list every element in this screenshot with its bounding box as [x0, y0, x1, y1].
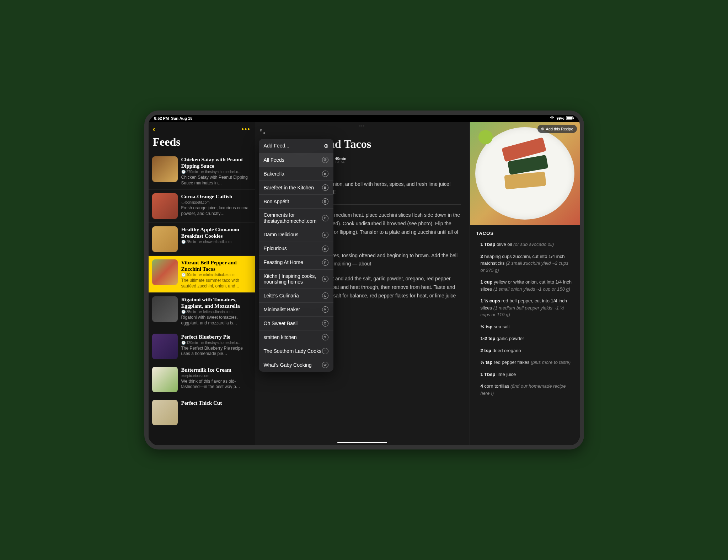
feed-item-meta: 🕑 25min ▭ ohsweetbasil.com [181, 240, 251, 244]
dropdown-item[interactable]: EpicuriousE [259, 242, 333, 256]
ingredient-item: 2 heaping cups zucchini, cut into 1/4 in… [476, 253, 573, 274]
feed-badge-icon: D [322, 232, 328, 238]
dropdown-item[interactable]: What's Gaby CookingW [259, 358, 333, 372]
dropdown-item-label: What's Gaby Cooking [264, 362, 322, 368]
feed-item-title: Cocoa-Orange Catfish [181, 193, 251, 200]
status-date: Sun Aug 15 [171, 116, 192, 120]
home-indicator[interactable] [337, 442, 387, 443]
feed-item-title: Buttermilk Ice Cream [181, 367, 251, 373]
battery-icon [566, 116, 574, 121]
feed-badge-icon: B [322, 171, 328, 177]
dropdown-item[interactable]: Bon AppétitB [259, 195, 333, 209]
feed-thumbnail [152, 367, 178, 392]
feed-item[interactable]: Cocoa-Orange Catfish ▭ bonappetit.com Fr… [149, 190, 255, 223]
feed-item-desc: The ultimate summer taco with sautéed zu… [181, 278, 251, 289]
feed-badge-icon: C [322, 215, 328, 221]
svg-rect-1 [567, 117, 572, 119]
dropdown-item-label: Comments for thestayathomechef.com [264, 212, 322, 224]
dropdown-item[interactable]: All Feeds⦿ [259, 153, 333, 167]
ingredients-section: TACOS 1 Tbsp olive oil (or sub avocado o… [470, 225, 580, 407]
ingredient-item: 1 cup yellow or white onion, cut into 1/… [476, 279, 573, 292]
recipe-hero-image: ⊕ Add this Recipe [470, 122, 580, 225]
feed-badge-icon: B [322, 198, 328, 205]
ingredient-item: 1 Tbsp olive oil (or sub avocado oil) [476, 241, 573, 248]
back-button[interactable]: ‹ [153, 125, 155, 134]
dropdown-item-label: All Feeds [264, 157, 322, 163]
plus-circle-icon: ⊕ [324, 142, 328, 149]
feed-item[interactable]: Rigatoni with Tomatoes, Eggplant, and Mo… [149, 293, 255, 330]
feed-thumbnail [152, 226, 178, 252]
dropdown-item[interactable]: Minimalist BakerM [259, 303, 333, 317]
dropdown-item-label: Oh Sweet Basil [264, 321, 322, 327]
dropdown-item[interactable]: smitten kitchenS [259, 330, 333, 344]
dropdown-item[interactable]: Comments for thestayathomechef.comC [259, 209, 333, 228]
feed-badge-icon: L [322, 292, 328, 299]
dropdown-item-label: Bakerella [264, 171, 322, 177]
feed-item-title: Perfect Thick Cut [181, 400, 251, 406]
feed-item-desc: We think of this flavor as old-fashioned… [181, 379, 251, 390]
feed-thumbnail [152, 156, 178, 182]
feed-item[interactable]: Chicken Satay with Peanut Dipping Sauce … [149, 153, 255, 190]
feed-thumbnail [152, 334, 178, 359]
dropdown-item[interactable]: Feasting At HomeF [259, 256, 333, 270]
wifi-icon [550, 116, 555, 120]
dropdown-item-label: Kitchn | Inspiring cooks, nourishing hom… [264, 273, 322, 285]
feed-item-meta: 🕑 35min ▭ leitesculinaria.com [181, 310, 251, 314]
feed-badge-icon: O [322, 320, 328, 327]
feed-badge-icon: S [322, 334, 328, 340]
feed-badge-icon: W [322, 362, 328, 368]
battery-pct: 99% [556, 116, 564, 120]
feed-item-desc: Rigatoni with sweet tomatoes, eggplant, … [181, 315, 251, 326]
ingredient-item: 1 Tbsp lime juice [476, 371, 573, 378]
feed-badge-icon: E [322, 246, 328, 252]
feed-thumbnail [152, 193, 178, 219]
feed-thumbnail [152, 400, 178, 425]
feed-item-meta: 🕑 40min ▭ minimalistbaker.com [181, 273, 251, 277]
feed-badge-icon: K [322, 276, 328, 282]
feed-item[interactable]: Healthy Apple Cinnamon Breakfast Cookies… [149, 223, 255, 256]
feed-item-desc: Fresh orange juice, luxurious cocoa powd… [181, 205, 251, 216]
plus-circle-icon: ⊕ [541, 126, 544, 131]
dropdown-item-label: Feasting At Home [264, 259, 322, 265]
dropdown-item[interactable]: The Southern Lady CooksT [259, 344, 333, 358]
feed-thumbnail [152, 296, 178, 322]
feed-item-meta: 🕑 270min ▭ thestayathomechef.c… [181, 170, 251, 174]
ingredient-item: 4 corn tortillas (find our homemade reci… [476, 383, 573, 397]
svg-rect-2 [573, 117, 574, 119]
dropdown-item[interactable]: Kitchn | Inspiring cooks, nourishing hom… [259, 270, 333, 289]
ingredient-item: 1-2 tsp garlic powder [476, 335, 573, 342]
dropdown-item-label: Epicurious [264, 246, 322, 252]
right-panel: ⊕ Add this Recipe TACOS 1 Tbsp olive oil… [470, 122, 580, 445]
add-feed-menu-item[interactable]: Add Feed... ⊕ [259, 139, 333, 153]
dropdown-item[interactable]: BakerellaB [259, 167, 333, 181]
feed-item[interactable]: Perfect Thick Cut [149, 396, 255, 429]
sidebar: ‹ ••• Feeds Chicken Satay with Peanut Di… [149, 122, 255, 445]
dropdown-item-label: Leite's Culinaria [264, 293, 322, 299]
ingredient-item: 1 ½ cups red bell pepper, cut into 1/4 i… [476, 297, 573, 318]
dropdown-item[interactable]: Damn DeliciousD [259, 228, 333, 242]
feeds-dropdown: Add Feed... ⊕ All Feeds⦿BakerellaBBarefe… [259, 139, 333, 372]
ingredients-header: TACOS [476, 231, 573, 236]
feed-badge-icon: ⦿ [322, 157, 328, 163]
add-recipe-button[interactable]: ⊕ Add this Recipe [537, 125, 577, 133]
dropdown-item[interactable]: Barefeet in the KitchenB [259, 181, 333, 195]
feed-item-desc: The Perfect Blueberry Pie recipe uses a … [181, 346, 251, 357]
expand-icon[interactable] [259, 129, 265, 136]
feed-list[interactable]: Chicken Satay with Peanut Dipping Sauce … [149, 153, 255, 445]
feed-item-title: Vibrant Bell Pepper and Zucchini Tacos [181, 259, 251, 272]
feed-item[interactable]: Perfect Blueberry Pie 🕑 120min ▭ thestay… [149, 330, 255, 363]
dropdown-item-label: Damn Delicious [264, 232, 322, 238]
dropdown-item[interactable]: Oh Sweet BasilO [259, 317, 333, 330]
feed-item-title: Healthy Apple Cinnamon Breakfast Cookies [181, 226, 251, 239]
dropdown-item-label: smitten kitchen [264, 334, 322, 340]
feed-badge-icon: F [322, 259, 328, 266]
dropdown-item-label: Barefeet in the Kitchen [264, 185, 322, 191]
dropdown-item[interactable]: Leite's CulinariaL [259, 289, 333, 303]
dropdown-item-label: Bon Appétit [264, 199, 322, 205]
drag-handle-icon[interactable]: ••• [359, 124, 365, 128]
feed-item-meta: ▭ epicurious.com [181, 374, 251, 378]
feed-item[interactable]: Vibrant Bell Pepper and Zucchini Tacos 🕑… [149, 256, 255, 293]
feed-item-title: Chicken Satay with Peanut Dipping Sauce [181, 156, 251, 169]
more-options-button[interactable]: ••• [242, 126, 251, 133]
feed-item[interactable]: Buttermilk Ice Cream ▭ epicurious.com We… [149, 363, 255, 396]
